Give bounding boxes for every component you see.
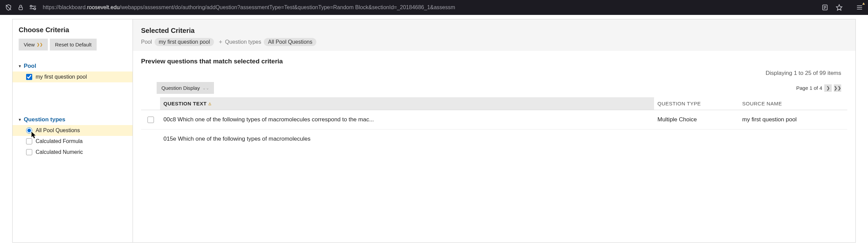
table-controls: Question Display ⌄⌄ Page 1 of 4 ❯ ❯❯	[141, 82, 847, 97]
qtype-checkbox-calc-formula[interactable]	[26, 138, 32, 144]
url-domain: roosevelt.edu	[87, 4, 120, 10]
main-panel: Selected Criteria Pool my first question…	[133, 19, 855, 242]
col-question-text-label: QUESTION TEXT	[163, 101, 206, 106]
col-question-type[interactable]: QUESTION TYPE	[654, 97, 739, 110]
qtypes-pill[interactable]: All Pool Questions	[264, 38, 316, 46]
sidebar-toolbar: View ❯❯ Reset to Default	[13, 39, 133, 55]
page: Choose Criteria View ❯❯ Reset to Default…	[0, 15, 868, 243]
qtype-item-calc-formula[interactable]: Calculated Formula	[13, 136, 133, 147]
question-display-label: Question Display	[161, 85, 200, 91]
pager-next-button[interactable]: ❯	[824, 84, 832, 92]
svg-marker-10	[836, 5, 842, 11]
qtypes-pill-label: Question types	[225, 39, 261, 45]
pager-last-button[interactable]: ❯❯	[834, 84, 841, 92]
pool-section-label: Pool	[24, 63, 36, 69]
page-info: Page 1 of 4	[796, 85, 822, 91]
preview-title: Preview questions that match selected cr…	[141, 58, 847, 65]
pool-section-header[interactable]: ▼ Pool	[13, 59, 133, 72]
svg-point-4	[34, 8, 36, 10]
row-check-cell	[141, 110, 160, 129]
pool-item-label: my first question pool	[36, 74, 87, 80]
qtype-label-calc-numeric: Calculated Numeric	[36, 149, 83, 155]
plus-icon: +	[219, 39, 222, 46]
url-path: /webapps/assessment/do/authoring/addQues…	[120, 4, 455, 10]
chevron-down-icon: ❯❯	[37, 42, 43, 47]
col-question-text[interactable]: QUESTION TEXT △	[160, 97, 654, 110]
row-checkbox[interactable]	[147, 117, 154, 123]
svg-marker-14	[863, 3, 865, 5]
qtype-item-all[interactable]: All Pool Questions	[13, 125, 133, 136]
row-source	[739, 133, 847, 145]
row-question-type: Multiple Choice	[654, 110, 739, 129]
sidebar: Choose Criteria View ❯❯ Reset to Default…	[13, 19, 133, 242]
sort-asc-icon: △	[209, 102, 212, 105]
chevron-down-icon: ⌄⌄	[202, 86, 209, 90]
qtypes-section-label: Question types	[24, 116, 65, 123]
lock-icon[interactable]	[16, 3, 25, 12]
browser-actions	[821, 3, 864, 12]
criteria-pills: Pool my first question pool + Question t…	[141, 38, 847, 46]
pool-item-checkbox[interactable]	[26, 74, 32, 80]
url-prefix: https://blackboard.	[43, 4, 87, 10]
pool-pill[interactable]: my first question pool	[155, 38, 214, 46]
displaying-info: Displaying 1 to 25 of 99 items	[141, 70, 847, 77]
selected-criteria-header: Selected Criteria Pool my first question…	[133, 19, 855, 51]
reset-default-label: Reset to Default	[55, 42, 92, 47]
col-check	[141, 97, 160, 110]
qtype-label-all: All Pool Questions	[36, 127, 80, 134]
svg-point-2	[30, 5, 32, 7]
bookmark-star-icon[interactable]	[835, 3, 844, 12]
table-row[interactable]: 00c8 Which one of the following types of…	[141, 110, 847, 129]
question-display-button[interactable]: Question Display ⌄⌄	[157, 82, 214, 94]
menu-icon[interactable]	[855, 3, 864, 12]
reset-default-button[interactable]: Reset to Default	[50, 39, 97, 50]
qtype-label-calc-formula: Calculated Formula	[36, 138, 83, 144]
row-question-text: 015e Which one of the following types of…	[160, 129, 654, 148]
triangle-down-icon: ▼	[18, 118, 22, 122]
url-bar[interactable]: https://blackboard.roosevelt.edu/webapps…	[41, 4, 814, 11]
col-source-name[interactable]: SOURCE NAME	[739, 97, 847, 110]
sidebar-title: Choose Criteria	[13, 26, 133, 39]
qtype-checkbox-calc-numeric[interactable]	[26, 149, 32, 155]
qtypes-section-header[interactable]: ▼ Question types	[13, 113, 133, 125]
row-question-text: 00c8 Which one of the following types of…	[160, 110, 654, 129]
table-head: QUESTION TEXT △ QUESTION TYPE SOURCE NAM…	[141, 97, 847, 110]
row-check-cell	[141, 133, 160, 145]
table-row[interactable]: 015e Which one of the following types of…	[141, 129, 847, 148]
view-button[interactable]: View ❯❯	[19, 39, 48, 50]
criteria-panel: Choose Criteria View ❯❯ Reset to Default…	[12, 19, 856, 243]
pager: Page 1 of 4 ❯ ❯❯	[796, 84, 841, 92]
pool-pill-label: Pool	[141, 39, 152, 45]
triangle-down-icon: ▼	[18, 64, 22, 68]
qtype-radio-all[interactable]	[26, 127, 32, 134]
qtype-item-calc-numeric[interactable]: Calculated Numeric	[13, 147, 133, 158]
view-button-label: View	[24, 42, 35, 47]
questions-table: QUESTION TEXT △ QUESTION TYPE SOURCE NAM…	[141, 97, 847, 148]
preview-section: Preview questions that match selected cr…	[133, 51, 855, 148]
browser-address-bar: https://blackboard.roosevelt.edu/webapps…	[0, 0, 868, 15]
reader-mode-icon[interactable]	[821, 3, 829, 12]
svg-rect-1	[19, 7, 23, 10]
shield-off-icon[interactable]	[4, 3, 13, 12]
settings-toggle-icon[interactable]	[28, 3, 37, 12]
row-source: my first question pool	[739, 110, 847, 129]
pool-item[interactable]: my first question pool	[13, 72, 133, 82]
selected-criteria-title: Selected Criteria	[141, 27, 847, 35]
row-question-type	[654, 133, 739, 145]
